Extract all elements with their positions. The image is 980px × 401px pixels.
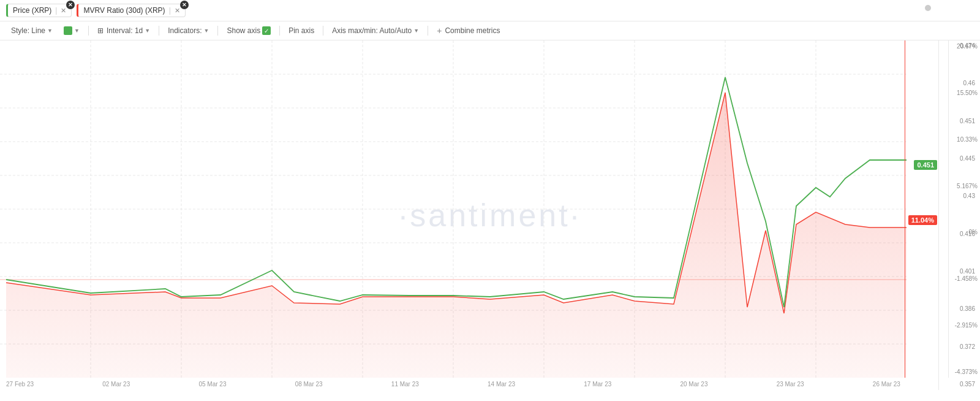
x-label-7: 20 Mar 23 <box>680 381 707 388</box>
combine-metrics-button[interactable]: + Combine metrics <box>433 25 503 37</box>
price-badge-value: 0.451 <box>917 161 934 169</box>
interval-chevron-icon: ▼ <box>145 28 150 34</box>
style-label: Style: Line <box>11 26 45 35</box>
color-chevron-icon: ▼ <box>74 28 80 34</box>
mvrv-metric-label: MVRV Ratio (30d) (XRP) <box>83 6 165 15</box>
x-label-5: 14 Mar 23 <box>488 381 515 388</box>
chart-svg <box>0 40 907 378</box>
combine-metrics-label: Combine metrics <box>445 26 500 35</box>
current-date-line <box>905 40 905 378</box>
price-value-badge: 0.451 <box>914 160 937 170</box>
x-label-6: 17 Mar 23 <box>584 381 611 388</box>
axis-maxmin-chevron-icon: ▼ <box>413 28 419 34</box>
indicators-selector[interactable]: Indicators: ▼ <box>164 25 213 36</box>
axis-maxmin-label: Axis max/min: Auto/Auto <box>332 26 412 35</box>
pin-axis-toggle[interactable]: Pin axis <box>285 25 318 36</box>
pct-label-0: 20.67% <box>951 43 978 50</box>
interval-selector[interactable]: ⊞ Interval: 1d ▼ <box>94 25 154 36</box>
pct-label-6: -2.915% <box>951 322 978 329</box>
x-label-3: 08 Mar 23 <box>295 381 323 388</box>
combine-plus-icon: + <box>437 26 442 36</box>
y-axis-pct: 20.67% 15.50% 10.33% 5.167% 0% -1.458% -… <box>948 40 980 378</box>
x-label-4: 11 Mar 23 <box>391 381 419 388</box>
x-label-1: 02 Mar 23 <box>102 381 130 388</box>
mvrv-metric-tag[interactable]: MVRV Ratio (30d) (XRP) | ✕ ✕ <box>77 4 185 17</box>
x-label-0: 27 Feb 23 <box>6 381 34 388</box>
price-metric-tag[interactable]: Price (XRP) | ✕ ✕ <box>6 4 72 17</box>
x-label-9: 26 Mar 23 <box>873 381 900 388</box>
toolbar-sep-2 <box>159 26 159 36</box>
y-label-9: 0.357 <box>941 381 978 388</box>
x-label-2: 05 Mar 23 <box>198 381 226 388</box>
pct-label-4: 0% <box>951 229 978 235</box>
mvrv-badge-value: 11.04% <box>911 216 934 224</box>
pct-label-2: 10.33% <box>951 136 978 143</box>
mvrv-value-badge: 11.04% <box>908 215 937 225</box>
mvrv-close-btn[interactable]: ✕ <box>175 7 180 15</box>
pct-label-1: 15.50% <box>951 90 978 96</box>
axis-maxmin-selector[interactable]: Axis max/min: Auto/Auto ▼ <box>328 25 423 36</box>
indicators-label: Indicators: <box>168 26 202 35</box>
interval-icon: ⊞ <box>97 26 104 35</box>
toolbar-sep-5 <box>323 26 323 36</box>
svg-marker-19 <box>6 93 907 378</box>
show-axis-checkbox[interactable]: ✓ <box>262 26 271 35</box>
pct-label-5: -1.458% <box>951 275 978 282</box>
pin-axis-label: Pin axis <box>288 26 314 35</box>
toolbar-sep-6 <box>428 26 428 36</box>
chart-toolbar: Style: Line ▼ ▼ ⊞ Interval: 1d ▼ Indicat… <box>0 21 980 40</box>
top-right-indicator-dot <box>925 5 931 11</box>
price-metric-label: Price (XRP) <box>13 6 51 15</box>
style-selector[interactable]: Style: Line ▼ <box>7 25 56 36</box>
price-close-btn[interactable]: ✕ <box>61 7 66 15</box>
x-axis-labels: 27 Feb 23 02 Mar 23 05 Mar 23 08 Mar 23 … <box>0 378 907 390</box>
color-box-icon <box>64 26 72 35</box>
metric-tags-row: Price (XRP) | ✕ ✕ MVRV Ratio (30d) (XRP)… <box>0 0 980 21</box>
price-metric-separator: | <box>55 6 57 15</box>
indicators-chevron-icon: ▼ <box>204 28 209 34</box>
style-chevron-icon: ▼ <box>47 28 53 34</box>
show-axis-label: Show axis <box>227 26 260 35</box>
toolbar-sep-3 <box>217 26 218 36</box>
mvrv-close-x-icon[interactable]: ✕ <box>180 1 189 9</box>
mvrv-metric-separator: | <box>169 6 171 15</box>
x-label-8: 23 Mar 23 <box>777 381 804 388</box>
color-picker[interactable]: ▼ <box>60 25 83 36</box>
show-axis-toggle[interactable]: Show axis ✓ <box>223 25 274 36</box>
interval-label: Interval: 1d <box>107 26 143 35</box>
pct-label-3: 5.167% <box>951 183 978 189</box>
price-close-x-icon[interactable]: ✕ <box>66 1 75 9</box>
toolbar-sep-1 <box>88 26 89 36</box>
toolbar-sep-4 <box>279 26 280 36</box>
chart-area: ·santiment· <box>0 40 980 390</box>
pct-label-7: -4.373% <box>951 369 978 375</box>
